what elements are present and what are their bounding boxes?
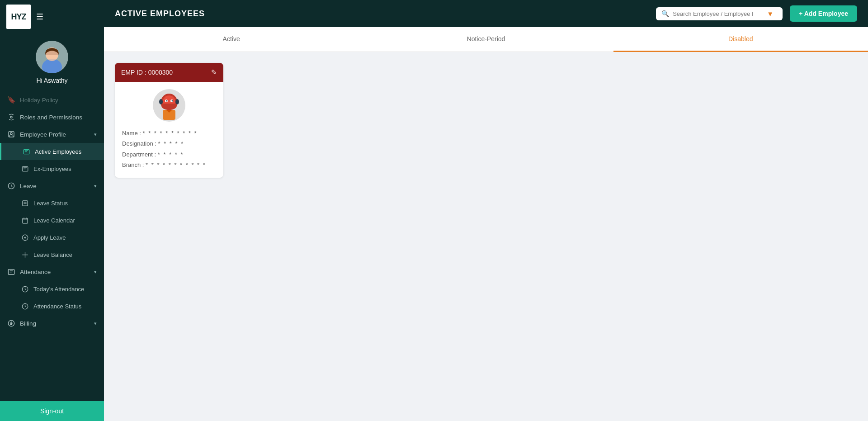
sidebar: HYZ ☰ Hi Aswathy 🔖 Holiday Policy	[0, 0, 104, 421]
emp-id-label: EMP ID : 0000300	[121, 69, 173, 76]
sidebar-item-apply-leave[interactable]: Apply Leave	[0, 229, 104, 246]
sidebar-item-label: Ex-Employees	[33, 166, 71, 172]
sidebar-item-holiday-policy[interactable]: 🔖 Holiday Policy	[0, 91, 104, 109]
department-value: * * * * *	[158, 151, 184, 158]
hamburger-icon[interactable]: ☰	[36, 12, 43, 22]
leave-status-icon	[21, 199, 29, 207]
sidebar-item-todays-attendance[interactable]: Today's Attendance	[0, 280, 104, 298]
content-area: Active Notice-Period Disabled EMP ID : 0…	[104, 27, 868, 421]
active-employees-icon	[22, 147, 30, 156]
billing-icon	[7, 319, 15, 327]
sidebar-item-active-employees[interactable]: Active Employees	[0, 143, 104, 160]
chevron-down-icon: ▾	[94, 269, 97, 275]
sidebar-item-employee-profile[interactable]: Employee Profile ▾	[0, 126, 104, 143]
cards-area: EMP ID : 0000300 ✎	[104, 52, 868, 189]
sidebar-item-label: Employee Profile	[20, 131, 66, 138]
svg-point-6	[10, 132, 12, 134]
svg-point-31	[172, 100, 173, 102]
sidebar-item-label: Leave Calendar	[33, 217, 75, 224]
svg-point-30	[166, 100, 168, 102]
sidebar-item-label: Apply Leave	[33, 234, 66, 241]
employee-card: EMP ID : 0000300 ✎	[115, 63, 223, 178]
sidebar-item-billing[interactable]: Billing ▾	[0, 315, 104, 332]
sidebar-item-label: Active Employees	[35, 148, 81, 155]
sidebar-item-label: Roles and Permissions	[20, 114, 82, 121]
svg-point-32	[159, 99, 163, 104]
leave-icon	[7, 182, 15, 190]
sidebar-item-label: Today's Attendance	[33, 286, 84, 293]
sidebar-item-ex-employees[interactable]: Ex-Employees	[0, 160, 104, 177]
card-body: Name : * * * * * * * * * * Designation :…	[115, 82, 223, 178]
svg-rect-17	[22, 218, 27, 223]
card-department: Department : * * * * *	[122, 149, 216, 160]
user-greeting: Hi Aswathy	[36, 77, 67, 84]
chevron-down-icon: ▾	[94, 321, 97, 326]
chevron-down-icon: ▾	[94, 183, 97, 189]
sidebar-item-attendance[interactable]: Attendance ▾	[0, 263, 104, 280]
sidebar-item-label: Billing	[20, 320, 36, 327]
filter-icon[interactable]: ▼	[767, 10, 774, 18]
sidebar-item-label: Leave Balance	[33, 251, 72, 258]
main-content: ACTIVE EMPLOYEES 🔍 ▼ + Add Employee Acti…	[104, 0, 868, 421]
attendance-status-icon	[21, 302, 29, 310]
card-avatar	[153, 89, 185, 122]
search-bar-container: 🔍 ▼	[656, 7, 783, 20]
sidebar-user: Hi Aswathy	[0, 33, 104, 90]
svg-point-33	[175, 99, 179, 104]
sidebar-item-label: Leave Status	[33, 200, 68, 207]
card-edit-button[interactable]: ✎	[211, 68, 217, 76]
roles-icon	[7, 113, 15, 121]
leave-calendar-icon	[21, 216, 29, 224]
sidebar-item-leave-status[interactable]: Leave Status	[0, 194, 104, 212]
topbar: ACTIVE EMPLOYEES 🔍 ▼ + Add Employee	[104, 0, 868, 27]
tab-notice-period[interactable]: Notice-Period	[359, 27, 613, 52]
search-icon: 🔍	[661, 10, 669, 17]
sidebar-logo: HYZ ☰	[0, 0, 104, 33]
sidebar-item-roles-permissions[interactable]: Roles and Permissions	[0, 109, 104, 126]
leave-balance-icon	[21, 251, 29, 259]
chevron-down-icon: ▾	[94, 132, 97, 137]
sidebar-item-leave-calendar[interactable]: Leave Calendar	[0, 212, 104, 229]
employee-profile-icon	[7, 130, 15, 138]
ex-employees-icon	[21, 165, 29, 173]
designation-value: * * * * *	[158, 140, 184, 147]
sidebar-item-attendance-status[interactable]: Attendance Status	[0, 298, 104, 315]
app-logo: HYZ	[6, 5, 31, 29]
sidebar-item-label: Attendance	[20, 269, 51, 275]
card-info: Name : * * * * * * * * * * Designation :…	[122, 128, 216, 170]
sidebar-item-leave[interactable]: Leave ▾	[0, 177, 104, 194]
sidebar-item-leave-balance[interactable]: Leave Balance	[0, 246, 104, 263]
branch-value: * * * * * * * * * * *	[146, 161, 206, 168]
card-header: EMP ID : 0000300 ✎	[115, 63, 223, 82]
add-employee-button[interactable]: + Add Employee	[790, 5, 857, 22]
svg-point-4	[10, 116, 12, 118]
name-value: * * * * * * * * * *	[143, 130, 198, 137]
todays-attendance-icon	[21, 285, 29, 293]
apply-leave-icon	[21, 233, 29, 241]
tab-active[interactable]: Active	[104, 27, 359, 52]
card-designation: Designation : * * * * *	[122, 138, 216, 149]
signout-button[interactable]: Sign-out	[0, 401, 104, 421]
card-branch: Branch : * * * * * * * * * * *	[122, 160, 216, 170]
tab-disabled[interactable]: Disabled	[613, 27, 868, 52]
attendance-icon	[7, 268, 15, 276]
sidebar-nav: 🔖 Holiday Policy Roles and Permissions E…	[0, 90, 104, 401]
tabs-bar: Active Notice-Period Disabled	[104, 27, 868, 52]
sidebar-item-label: Attendance Status	[33, 303, 81, 310]
sidebar-item-label: Leave	[20, 183, 37, 189]
search-input[interactable]	[673, 10, 763, 17]
avatar	[36, 41, 68, 73]
card-name: Name : * * * * * * * * * *	[122, 128, 216, 138]
sidebar-item-label: Holiday Policy	[20, 97, 58, 104]
key-icon: 🔖	[7, 96, 15, 104]
page-title: ACTIVE EMPLOYEES	[115, 9, 649, 19]
